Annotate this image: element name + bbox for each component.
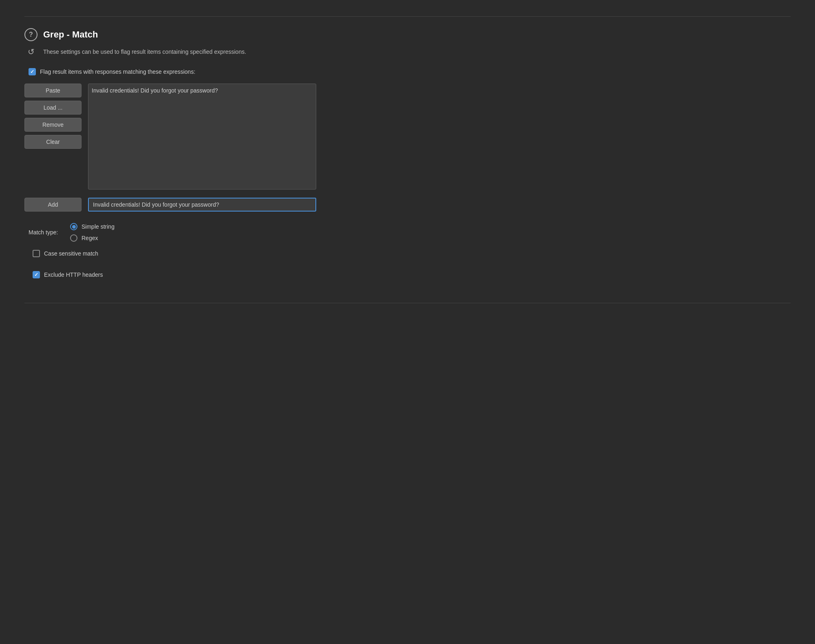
radio-group: Simple string Regex bbox=[70, 223, 115, 242]
add-button[interactable]: Add bbox=[24, 198, 82, 212]
radio-regex-icon[interactable] bbox=[70, 234, 77, 242]
flag-checkbox-label: Flag result items with responses matchin… bbox=[40, 68, 195, 75]
radio-regex-label: Regex bbox=[82, 235, 98, 241]
match-type-section: Match type: Simple string Regex bbox=[29, 223, 791, 242]
exclude-http-checkbox[interactable]: ✓ bbox=[33, 271, 40, 278]
paste-button[interactable]: Paste bbox=[24, 84, 82, 97]
remove-button[interactable]: Remove bbox=[24, 118, 82, 132]
page-title: Grep - Match bbox=[43, 29, 98, 40]
expressions-textarea[interactable]: Invalid credentials! Did you forgot your… bbox=[88, 84, 316, 190]
page-container: ? Grep - Match ↺ These settings can be u… bbox=[0, 0, 815, 320]
bottom-divider bbox=[24, 303, 791, 303]
reset-icon[interactable]: ↺ bbox=[24, 45, 37, 58]
case-sensitive-label: Case sensitive match bbox=[44, 250, 98, 257]
main-content-area: Paste Load ... Remove Clear Invalid cred… bbox=[24, 84, 791, 190]
description-text: These settings can be used to flag resul… bbox=[43, 49, 246, 55]
radio-simple-string[interactable]: Simple string bbox=[70, 223, 115, 230]
load-button[interactable]: Load ... bbox=[24, 101, 82, 115]
reset-row: ↺ These settings can be used to flag res… bbox=[24, 45, 791, 58]
match-type-row: Match type: Simple string Regex bbox=[29, 223, 791, 242]
exclude-http-check-icon: ✓ bbox=[34, 272, 38, 278]
help-icon[interactable]: ? bbox=[24, 28, 37, 41]
title-row: ? Grep - Match bbox=[24, 28, 791, 41]
flag-checkbox[interactable]: ✓ bbox=[29, 68, 36, 75]
match-type-label: Match type: bbox=[29, 229, 65, 236]
check-icon: ✓ bbox=[30, 69, 34, 75]
exclude-http-row: ✓ Exclude HTTP headers bbox=[33, 271, 791, 278]
add-input[interactable] bbox=[88, 198, 316, 212]
clear-button[interactable]: Clear bbox=[24, 135, 82, 149]
radio-simple-label: Simple string bbox=[82, 223, 115, 230]
add-row: Add bbox=[24, 198, 791, 212]
radio-regex[interactable]: Regex bbox=[70, 234, 115, 242]
radio-simple-icon[interactable] bbox=[70, 223, 77, 230]
case-sensitive-checkbox[interactable] bbox=[33, 250, 40, 257]
checkboxes-section: Case sensitive match ✓ Exclude HTTP head… bbox=[29, 250, 791, 287]
buttons-column: Paste Load ... Remove Clear bbox=[24, 84, 82, 149]
top-divider bbox=[24, 16, 791, 17]
exclude-http-label: Exclude HTTP headers bbox=[44, 271, 103, 278]
case-sensitive-row: Case sensitive match bbox=[33, 250, 791, 257]
flag-checkbox-row: ✓ Flag result items with responses match… bbox=[29, 68, 791, 75]
header-section: ? Grep - Match ↺ These settings can be u… bbox=[24, 28, 791, 58]
